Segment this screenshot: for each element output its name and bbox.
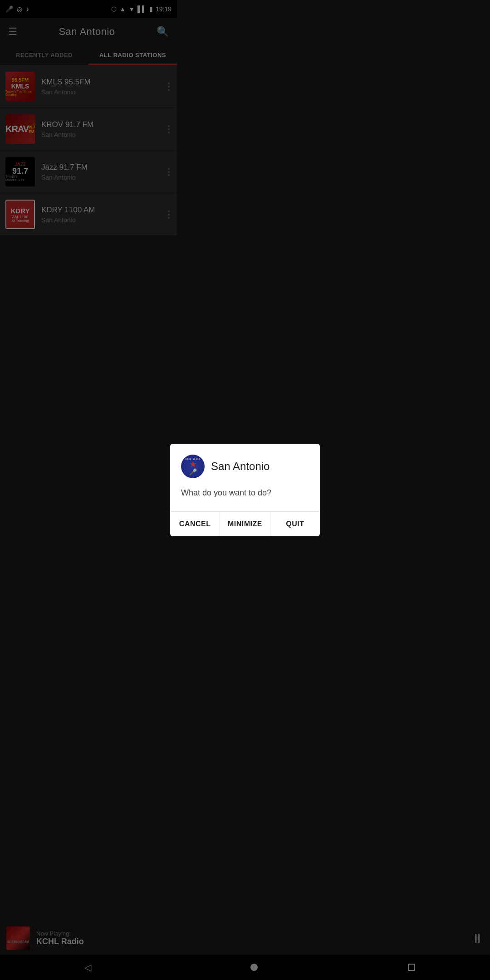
dialog: ON AIR ★ 🎤 San Antonio What do you want …	[170, 444, 177, 490]
dialog-overlay: ON AIR ★ 🎤 San Antonio What do you want …	[0, 0, 177, 490]
